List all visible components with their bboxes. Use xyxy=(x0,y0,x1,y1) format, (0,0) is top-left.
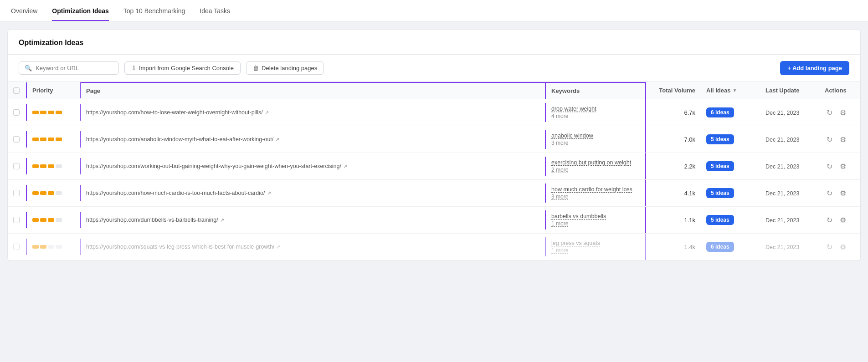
delete-pages-button[interactable]: 🗑 Delete landing pages xyxy=(246,61,324,75)
priority-bar xyxy=(32,218,39,222)
row-ideas: 6 ideas xyxy=(701,235,760,258)
th-actions: Actions xyxy=(819,82,860,98)
settings-button[interactable]: ⚙ xyxy=(838,133,848,146)
keyword-main[interactable]: leg press vs squats xyxy=(551,240,600,246)
action-buttons: ↻ ⚙ xyxy=(825,214,855,226)
external-link-icon[interactable]: ↗ xyxy=(276,244,282,250)
settings-button[interactable]: ⚙ xyxy=(838,160,848,173)
select-all-checkbox[interactable] xyxy=(13,87,20,94)
top-navigation: Overview Optimization Ideas Top 10 Bench… xyxy=(0,0,868,22)
ideas-table: Priority Page Keywords Total Volume All … xyxy=(8,82,860,260)
priority-bar xyxy=(32,245,39,249)
priority-bar xyxy=(32,164,39,168)
priority-bar xyxy=(48,111,54,114)
row-priority xyxy=(26,131,81,148)
all-ideas-filter[interactable]: All Ideas ▼ xyxy=(706,87,755,94)
row-page-url: https://yourshop.com/anabolic-window-myt… xyxy=(81,130,546,149)
priority-bar xyxy=(40,111,46,114)
priority-bar xyxy=(40,164,46,168)
action-buttons: ↻ ⚙ xyxy=(825,241,855,253)
row-priority xyxy=(26,104,81,121)
action-buttons: ↻ ⚙ xyxy=(825,133,855,146)
external-link-icon[interactable]: ↗ xyxy=(275,137,281,142)
row-ideas: 5 ideas xyxy=(701,128,760,151)
settings-button[interactable]: ⚙ xyxy=(838,214,848,226)
nav-idea-tasks[interactable]: Idea Tasks xyxy=(200,1,230,21)
row-volume: 1.4k xyxy=(646,237,701,257)
priority-bar xyxy=(48,164,54,168)
row-keywords: exercising but putting on weight 2 more xyxy=(546,153,646,179)
external-link-icon[interactable]: ↗ xyxy=(265,110,270,115)
row-checkbox[interactable] xyxy=(13,217,20,223)
search-input[interactable] xyxy=(36,65,108,71)
settings-button[interactable]: ⚙ xyxy=(838,107,848,119)
row-last-update: Dec 21, 2023 xyxy=(760,184,819,203)
keyword-main[interactable]: drop water weight xyxy=(551,106,596,112)
keyword-main[interactable]: exercising but putting on weight xyxy=(551,159,631,166)
keyword-more[interactable]: 2 more xyxy=(551,167,640,173)
row-checkbox[interactable] xyxy=(13,244,20,250)
keyword-more[interactable]: 4 more xyxy=(551,113,640,119)
row-ideas: 5 ideas xyxy=(701,182,760,204)
priority-bar xyxy=(40,191,46,195)
keyword-more[interactable]: 3 more xyxy=(551,140,640,146)
row-actions: ↻ ⚙ xyxy=(819,208,860,233)
th-checkbox xyxy=(8,83,26,98)
row-priority xyxy=(26,185,81,201)
external-link-icon[interactable]: ↗ xyxy=(220,217,226,223)
import-button[interactable]: ⇩ Import from Google Search Console xyxy=(124,61,241,75)
row-ideas: 5 ideas xyxy=(701,209,760,231)
row-checkbox-cell xyxy=(8,157,26,176)
settings-button[interactable]: ⚙ xyxy=(838,241,848,253)
refresh-button[interactable]: ↻ xyxy=(825,107,834,119)
row-checkbox[interactable] xyxy=(13,190,20,196)
search-icon: 🔍 xyxy=(25,65,32,71)
add-landing-page-button[interactable]: + Add landing page xyxy=(780,61,849,75)
nav-optimization-ideas[interactable]: Optimization Ideas xyxy=(52,1,108,21)
ideas-badge[interactable]: 5 ideas xyxy=(706,215,734,225)
row-checkbox[interactable] xyxy=(13,109,20,116)
url-text[interactable]: https://yourshop.com/how-to-lose-water-w… xyxy=(86,109,263,116)
volume-value: 1.4k xyxy=(684,244,695,250)
external-link-icon[interactable]: ↗ xyxy=(343,163,349,169)
row-volume: 7.0k xyxy=(646,130,701,149)
ideas-badge[interactable]: 5 ideas xyxy=(706,161,734,171)
refresh-button[interactable]: ↻ xyxy=(825,214,834,226)
row-checkbox-cell xyxy=(8,103,26,122)
keyword-more[interactable]: 1 more xyxy=(551,247,640,254)
th-all-ideas: All Ideas ▼ xyxy=(701,82,760,98)
ideas-badge[interactable]: 5 ideas xyxy=(706,134,734,144)
keyword-more[interactable]: 3 more xyxy=(551,194,640,200)
priority-bars xyxy=(32,245,74,249)
ideas-badge[interactable]: 5 ideas xyxy=(706,188,734,198)
row-checkbox-cell xyxy=(8,130,26,149)
row-checkbox[interactable] xyxy=(13,136,20,143)
url-text[interactable]: https://yourshop.com/how-much-cardio-is-… xyxy=(86,190,265,196)
url-text[interactable]: https://yourshop.com/dumbbells-vs-barbel… xyxy=(86,217,218,223)
ideas-badge[interactable]: 6 ideas xyxy=(706,242,734,252)
refresh-button[interactable]: ↻ xyxy=(825,241,834,253)
url-text[interactable]: https://yourshop.com/working-out-but-gai… xyxy=(86,163,341,169)
url-text[interactable]: https://yourshop.com/squats-vs-leg-press… xyxy=(86,244,274,250)
priority-bar xyxy=(56,191,62,195)
keyword-main[interactable]: anabolic window xyxy=(551,133,593,139)
th-total-volume: Total Volume xyxy=(646,82,701,98)
chevron-down-icon: ▼ xyxy=(732,88,737,93)
refresh-button[interactable]: ↻ xyxy=(825,187,834,199)
priority-bar xyxy=(56,138,62,141)
ideas-badge[interactable]: 6 ideas xyxy=(706,107,734,117)
nav-overview[interactable]: Overview xyxy=(11,1,37,21)
external-link-icon[interactable]: ↗ xyxy=(267,190,272,196)
keyword-more[interactable]: 1 more xyxy=(551,220,640,227)
refresh-button[interactable]: ↻ xyxy=(825,133,834,146)
refresh-button[interactable]: ↻ xyxy=(825,160,834,173)
url-text[interactable]: https://yourshop.com/anabolic-window-myt… xyxy=(86,136,273,143)
keyword-main[interactable]: barbells vs dumbbells xyxy=(551,213,606,219)
keyword-main[interactable]: how much cardio for weight loss xyxy=(551,186,632,193)
search-box[interactable]: 🔍 xyxy=(19,61,119,75)
row-checkbox[interactable] xyxy=(13,163,20,169)
row-keywords: drop water weight 4 more xyxy=(546,99,646,126)
nav-top10-benchmarking[interactable]: Top 10 Benchmarking xyxy=(123,1,185,21)
table-header-row: Priority Page Keywords Total Volume All … xyxy=(8,82,860,99)
settings-button[interactable]: ⚙ xyxy=(838,187,848,199)
